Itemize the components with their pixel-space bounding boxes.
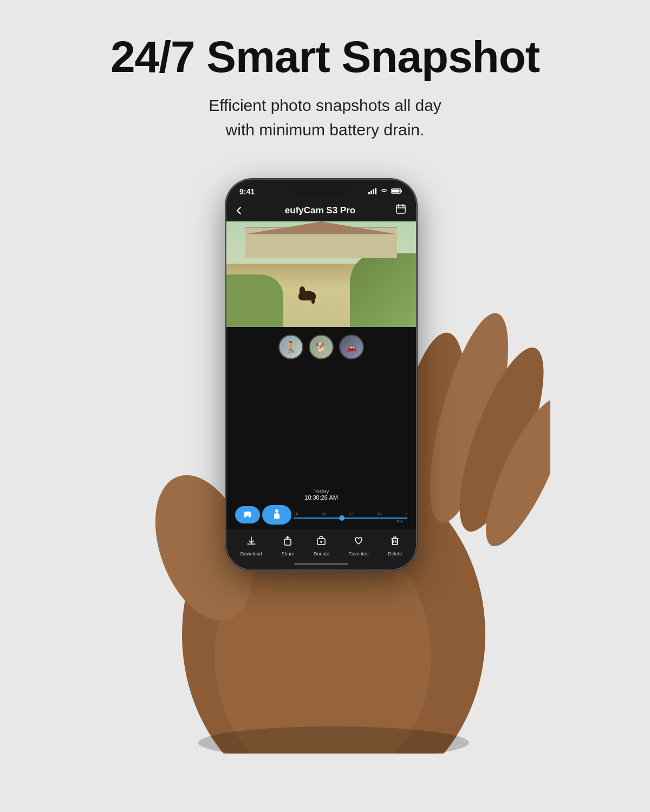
camera-preview	[226, 221, 416, 327]
home-bar	[294, 563, 348, 565]
timeline-marker-11: 11	[349, 512, 354, 516]
camera-lawn-left	[226, 274, 283, 328]
timeline-area: 10 10 11 12 1 PM	[226, 503, 416, 529]
timeline-marker-10a: 10	[294, 512, 298, 516]
favorites-icon	[353, 535, 364, 549]
header-section: 24/7 Smart Snapshot Efficient photo snap…	[110, 0, 540, 142]
share-label: Share	[281, 551, 294, 556]
timeline-car-filter[interactable]	[235, 506, 260, 523]
page-subtitle: Efficient photo snapshots all day with m…	[110, 93, 540, 142]
nav-title: eufyCam S3 Pro	[285, 205, 355, 216]
phone-wrapper: 9:41	[226, 180, 416, 569]
thumbnail-car[interactable]	[339, 335, 364, 359]
svg-rect-11	[375, 188, 376, 194]
action-delete[interactable]: Delete	[388, 535, 402, 556]
svg-point-21	[275, 509, 278, 513]
home-indicator	[226, 561, 416, 569]
svg-point-20	[249, 515, 251, 518]
donate-label: Donate	[314, 551, 329, 556]
scene-container: 9:41	[0, 158, 650, 754]
share-icon	[282, 535, 293, 549]
svg-rect-15	[396, 205, 405, 213]
svg-rect-22	[284, 539, 291, 545]
nav-back-button[interactable]	[236, 206, 245, 215]
delete-label: Delete	[388, 551, 402, 556]
svg-rect-8	[368, 192, 370, 194]
action-donate[interactable]: Donate	[314, 535, 329, 556]
camera-lawn-right	[350, 253, 417, 328]
favorites-label: Favorites	[349, 551, 369, 556]
svg-rect-13	[401, 190, 402, 192]
timeline-cursor	[339, 515, 344, 521]
timeline-marker-12: 12	[377, 512, 382, 516]
action-favorites[interactable]: Favorites	[349, 535, 369, 556]
time-value: 10:30:26 AM	[226, 494, 416, 501]
action-download[interactable]: Download	[240, 535, 262, 556]
phone-device: 9:41	[226, 180, 416, 569]
signal-icon	[368, 188, 377, 196]
donate-icon	[316, 535, 327, 549]
svg-rect-10	[373, 189, 374, 194]
timeline-person-filter[interactable]	[262, 505, 291, 525]
battery-icon	[391, 188, 403, 196]
thumbnails-row	[226, 327, 416, 367]
delete-icon	[389, 535, 400, 549]
svg-point-19	[244, 515, 246, 518]
timeline-track: 10 10 11 12 1 PM	[235, 505, 407, 525]
action-bar: Download Share	[226, 529, 416, 561]
timeline-pm-label: PM	[396, 519, 403, 524]
action-share[interactable]: Share	[281, 535, 294, 556]
nav-calendar-button[interactable]	[395, 204, 406, 217]
timeline-ruler: 10 10 11 12 1 PM	[294, 507, 407, 522]
timeline-line	[294, 518, 407, 519]
status-time: 9:41	[239, 187, 255, 196]
download-icon	[246, 535, 257, 549]
time-label: Today	[226, 488, 416, 494]
timeline-marker-10b: 10	[321, 512, 326, 516]
svg-rect-14	[392, 189, 400, 192]
page-title: 24/7 Smart Snapshot	[110, 32, 540, 81]
phone-notch	[289, 180, 354, 196]
content-spacer	[226, 367, 416, 483]
timeline-marker-1: 1	[405, 512, 407, 516]
nav-bar: eufyCam S3 Pro	[226, 199, 416, 221]
camera-dog	[298, 291, 316, 300]
thumbnail-dog[interactable]	[309, 335, 334, 359]
wifi-icon	[380, 188, 388, 196]
time-display: Today 10:30:26 AM	[226, 483, 416, 503]
download-label: Download	[240, 551, 262, 556]
status-icons	[368, 188, 403, 196]
thumbnail-person[interactable]	[278, 335, 303, 359]
svg-rect-9	[370, 191, 372, 194]
phone-screen: 9:41	[226, 180, 416, 569]
